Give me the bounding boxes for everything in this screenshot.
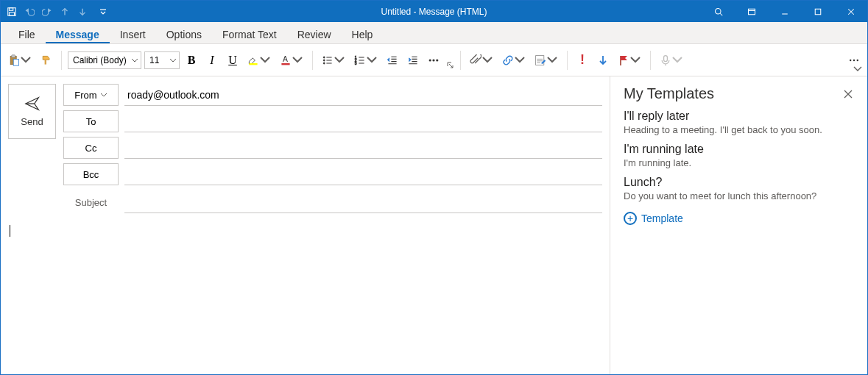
bcc-field[interactable] [124,163,602,185]
chevron-down-icon [169,57,177,64]
close-icon[interactable] [834,1,867,22]
importance-high-button[interactable]: ! [574,50,591,71]
underline-button[interactable]: U [224,50,241,71]
increase-indent-button[interactable] [404,50,422,71]
svg-point-26 [857,59,858,60]
ribbon: Calibri (Body) 11 B I U A 123 [1,44,867,76]
chevron-down-icon [131,57,138,64]
svg-rect-5 [815,9,821,15]
paragraph-dialog-launcher-icon[interactable] [447,62,454,69]
maximize-icon[interactable] [801,1,834,22]
svg-point-21 [437,60,438,61]
from-field[interactable] [124,84,602,106]
chevron-down-icon [100,91,107,99]
add-template-label: Template [641,213,683,224]
decrease-indent-button[interactable] [384,50,401,71]
svg-point-25 [853,59,855,60]
cc-picker-button[interactable]: Cc [63,137,119,159]
dictate-button[interactable] [657,50,686,71]
font-name-select[interactable]: Calibri (Body) [68,51,141,69]
svg-text:3: 3 [355,61,357,65]
svg-point-14 [323,59,325,60]
cc-field[interactable] [124,137,602,159]
highlight-button[interactable] [244,50,274,71]
svg-rect-1 [10,7,13,10]
svg-rect-2 [10,12,15,15]
svg-point-3 [715,8,721,14]
svg-rect-9 [45,60,46,64]
template-body: I'm running late. [624,157,854,168]
ribbon-mode-icon[interactable] [735,1,768,22]
quick-access-toolbar [1,4,107,20]
tab-insert[interactable]: Insert [110,24,156,43]
compose-area: Send From To Cc [1,76,610,374]
link-button[interactable] [499,50,529,71]
redo-icon[interactable] [39,4,55,20]
more-paragraph-button[interactable] [425,50,442,71]
tab-format-text[interactable]: Format Text [212,24,287,43]
subject-label: Subject [63,197,119,208]
svg-point-15 [323,62,325,63]
from-picker-button[interactable]: From [63,84,119,106]
svg-rect-8 [13,59,18,65]
svg-rect-7 [12,54,15,57]
template-item[interactable]: Lunch? Do you want to meet for lunch thi… [624,176,854,201]
window-title: Untitled - Message (HTML) [381,7,487,17]
tab-message[interactable]: Message [46,24,110,43]
to-field[interactable] [124,110,602,132]
tab-review[interactable]: Review [287,24,342,43]
next-item-icon[interactable] [74,4,91,20]
send-button[interactable]: Send [8,84,56,139]
previous-item-icon[interactable] [57,4,73,20]
to-picker-button[interactable]: To [63,110,119,132]
title-bar: Untitled - Message (HTML) [1,1,867,22]
template-item[interactable]: I'm running late I'm running late. [624,143,854,168]
tab-options[interactable]: Options [156,24,212,43]
importance-low-button[interactable] [594,50,612,71]
send-label: Send [21,116,43,127]
tab-file[interactable]: File [8,24,46,43]
italic-button[interactable]: I [203,50,221,71]
svg-rect-12 [281,63,289,65]
template-title: Lunch? [624,176,854,189]
svg-text:A: A [283,55,288,63]
search-icon[interactable] [702,1,735,22]
add-template-button[interactable]: + Template [624,212,854,225]
format-painter-icon[interactable] [38,50,55,71]
bullets-button[interactable] [319,50,348,71]
template-title: I'm running late [624,143,854,156]
svg-point-20 [433,60,434,61]
template-body: Do you want to meet for lunch this after… [624,190,854,201]
font-color-button[interactable]: A [277,50,306,71]
undo-icon[interactable] [21,4,38,20]
paste-button[interactable] [5,50,35,71]
signature-button[interactable] [532,50,561,71]
template-item[interactable]: I'll reply later Heading to a meeting. I… [624,110,854,135]
template-body: Heading to a meeting. I'll get back to y… [624,124,854,135]
message-body[interactable] [8,224,602,374]
templates-pane: My Templates I'll reply later Heading to… [610,76,867,374]
font-size-value: 11 [149,55,159,65]
ribbon-tabs: File Message Insert Options Format Text … [1,22,867,44]
qat-customize-icon[interactable] [99,4,107,20]
svg-point-24 [850,59,851,60]
save-icon[interactable] [4,4,20,20]
follow-up-flag-button[interactable] [615,50,644,71]
svg-rect-10 [249,63,257,65]
bcc-picker-button[interactable]: Bcc [63,163,119,185]
subject-field[interactable] [124,191,602,213]
tab-help[interactable]: Help [342,24,384,43]
numbering-button[interactable]: 123 [351,50,381,71]
attach-file-button[interactable] [467,50,496,71]
font-name-value: Calibri (Body) [73,55,127,65]
minimize-icon[interactable] [768,1,801,22]
close-pane-icon[interactable] [842,88,854,100]
pane-title: My Templates [624,85,714,102]
bold-button[interactable]: B [183,50,200,71]
svg-rect-23 [664,55,668,61]
svg-point-19 [429,60,431,61]
collapse-ribbon-icon[interactable] [853,64,863,74]
main-area: Send From To Cc [1,76,867,374]
window-controls [702,1,867,22]
font-size-select[interactable]: 11 [144,51,180,69]
